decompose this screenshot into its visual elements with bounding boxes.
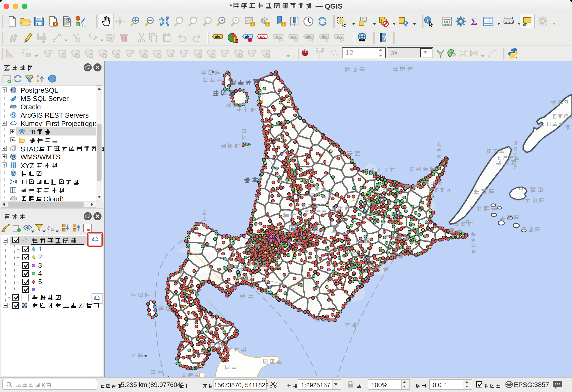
svg-text:abc: abc (336, 34, 342, 38)
svg-text:abc: abc (306, 34, 312, 38)
svg-text:ab: ab (245, 34, 249, 38)
svg-text:1:1: 1:1 (206, 19, 210, 22)
svg-text:abc: abc (275, 34, 281, 38)
svg-text:abc: abc (260, 34, 266, 38)
svg-text:i: i (51, 75, 53, 82)
svg-text:abc: abc (215, 34, 221, 38)
svg-text:abc: abc (291, 34, 297, 38)
svg-text:Σ: Σ (471, 16, 477, 27)
svg-text:abc: abc (321, 34, 327, 38)
svg-text:i: i (427, 18, 428, 23)
svg-text:?: ? (383, 34, 387, 42)
svg-text:ε: ε (48, 224, 50, 231)
svg-text:a: a (82, 22, 85, 27)
